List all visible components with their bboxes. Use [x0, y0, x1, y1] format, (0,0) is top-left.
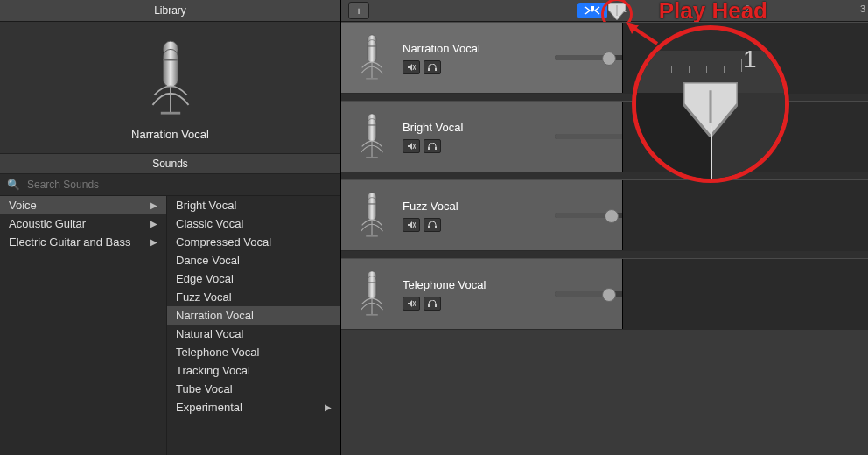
microphone-icon [357, 111, 387, 162]
mute-icon [407, 143, 416, 150]
preview-label: Narration Vocal [131, 128, 209, 141]
track-icon [350, 190, 394, 241]
search-box[interactable]: 🔍 [0, 174, 340, 196]
svg-rect-12 [428, 147, 430, 150]
chevron-right-icon: ▶ [150, 200, 158, 210]
preset-column[interactable]: Bright VocalClassic VocalCompressed Voca… [167, 196, 340, 455]
mute-icon [407, 221, 416, 228]
track-name: Bright Vocal [402, 121, 542, 134]
microphone-icon [357, 269, 387, 319]
track-icon [350, 111, 394, 162]
headphones-icon [428, 221, 437, 228]
svg-rect-20 [428, 304, 430, 307]
playhead-icon[interactable] [608, 3, 626, 20]
monitor-button[interactable] [424, 60, 441, 74]
preset-row[interactable]: Experimental▶ [167, 398, 340, 416]
preset-row[interactable]: Tube Vocal [167, 380, 340, 398]
svg-rect-8 [428, 68, 430, 71]
monitor-button[interactable] [424, 139, 441, 153]
track-timeline[interactable] [622, 180, 868, 250]
svg-rect-9 [435, 68, 437, 71]
track-name: Fuzz Vocal [402, 200, 542, 213]
track-list: Narration Vocal LR Bright Vocal [341, 22, 868, 330]
track-header[interactable]: Bright Vocal LR [341, 101, 868, 172]
mute-icon [407, 300, 416, 307]
microphone-icon [146, 35, 195, 122]
preset-preview: Narration Vocal [0, 22, 340, 153]
category-row[interactable]: Acoustic Guitar▶ [0, 214, 166, 233]
headphones-icon [428, 143, 437, 150]
monitor-button[interactable] [424, 218, 441, 232]
microphone-icon [357, 190, 387, 241]
ruler-mark: 2 [745, 4, 750, 14]
category-row[interactable]: Electric Guitar and Bass▶ [0, 233, 166, 251]
sounds-header: Sounds [0, 153, 340, 174]
search-input[interactable] [25, 178, 333, 192]
track-name: Narration Vocal [402, 42, 542, 55]
chevron-right-icon: ▶ [150, 219, 158, 228]
preset-row[interactable]: Compressed Vocal [167, 233, 340, 251]
preset-row[interactable]: Bright Vocal [167, 196, 340, 214]
preset-row[interactable]: Natural Vocal [167, 325, 340, 343]
monitor-button[interactable] [424, 297, 441, 311]
track-name: Telephone Vocal [402, 278, 542, 291]
track-header[interactable]: Telephone Vocal LR [341, 258, 868, 330]
svg-rect-16 [428, 226, 430, 228]
annotation-label: Play Head [659, 0, 767, 24]
track-timeline[interactable] [622, 102, 868, 172]
preset-row[interactable]: Narration Vocal [167, 306, 340, 325]
catch-playhead-icon [583, 5, 602, 16]
chevron-right-icon: ▶ [325, 402, 332, 412]
preset-row[interactable]: Classic Vocal [167, 214, 340, 233]
headphones-icon [428, 300, 437, 307]
svg-rect-17 [435, 226, 437, 228]
library-panel: Library Narration Vocal Sounds 🔍 Voice▶A… [0, 0, 341, 455]
mute-button[interactable] [402, 60, 420, 74]
svg-rect-21 [435, 304, 437, 307]
mute-icon [407, 64, 416, 71]
preset-row[interactable]: Dance Vocal [167, 251, 340, 270]
track-header[interactable]: Narration Vocal LR [341, 22, 868, 94]
preset-row[interactable]: Tracking Vocal [167, 361, 340, 380]
chevron-right-icon: ▶ [150, 237, 158, 247]
headphones-icon [428, 64, 437, 71]
search-icon: 🔍 [7, 178, 20, 191]
tracks-toolbar: + 1 2 3 Play Head [341, 0, 868, 22]
ruler-mark: 3 [860, 4, 865, 14]
preset-row[interactable]: Fuzz Vocal [167, 288, 340, 306]
mute-button[interactable] [402, 139, 420, 153]
category-row[interactable]: Voice▶ [0, 196, 166, 214]
track-timeline[interactable] [622, 259, 868, 329]
add-track-button[interactable]: + [348, 2, 369, 19]
track-icon [350, 269, 394, 319]
mute-button[interactable] [402, 218, 420, 232]
track-icon [350, 32, 394, 83]
preset-row[interactable]: Telephone Vocal [167, 343, 340, 361]
catch-playhead-button[interactable] [578, 3, 607, 18]
svg-rect-13 [435, 147, 437, 150]
tracks-area: + 1 2 3 Play Head Narration Vocal [341, 0, 868, 455]
category-column[interactable]: Voice▶Acoustic Guitar▶Electric Guitar an… [0, 196, 167, 455]
track-timeline[interactable] [622, 23, 868, 93]
mute-button[interactable] [402, 297, 420, 311]
microphone-icon [357, 32, 387, 83]
library-title: Library [0, 0, 340, 22]
track-header[interactable]: Fuzz Vocal LR [341, 179, 868, 251]
preset-row[interactable]: Edge Vocal [167, 270, 340, 288]
